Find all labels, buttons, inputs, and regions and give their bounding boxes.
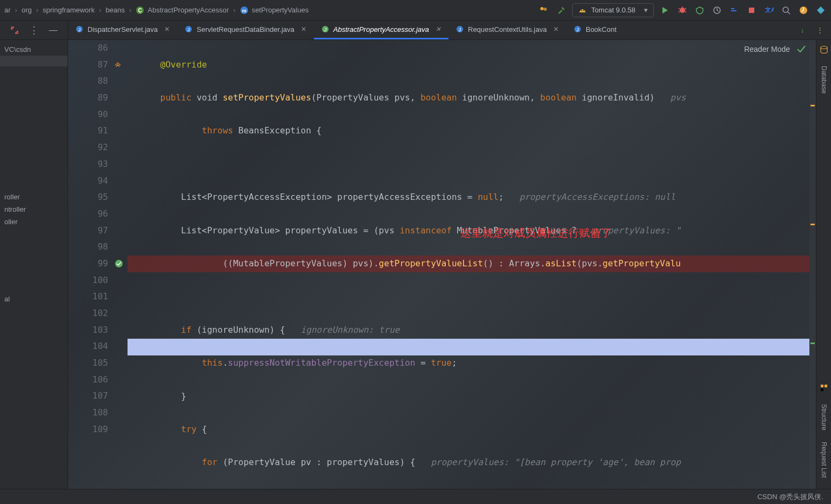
tree-item[interactable]: oller: [0, 216, 68, 228]
annotation-overlay: 这里就是对成员属性进行赋值了: [460, 226, 612, 240]
breakpoint-check-icon[interactable]: [115, 259, 123, 268]
close-icon[interactable]: ✕: [164, 25, 170, 33]
close-icon[interactable]: ✕: [301, 25, 306, 33]
editor[interactable]: Reader Mode 8687888990919293949596979899…: [68, 40, 816, 489]
svg-text:J: J: [577, 27, 579, 32]
structure-icon[interactable]: [820, 384, 828, 392]
breadcrumb-item[interactable]: springframework: [43, 6, 95, 14]
svg-point-8: [680, 8, 685, 13]
svg-rect-30: [821, 388, 823, 391]
svg-text:文A: 文A: [765, 6, 774, 13]
svg-rect-28: [821, 385, 823, 387]
sync-icon[interactable]: [798, 4, 809, 16]
stop-icon[interactable]: [746, 4, 758, 16]
coverage-icon[interactable]: [694, 4, 706, 16]
editor-tabs: JDispatcherServlet.java✕ JServletRequest…: [68, 21, 624, 39]
tool-window-buttons: ⋮ —: [0, 21, 68, 39]
tomcat-icon: [578, 6, 587, 15]
class-icon: C: [136, 6, 144, 15]
tree-item[interactable]: ntroller: [0, 203, 68, 216]
svg-point-4: [540, 7, 544, 10]
tab-servletrequest[interactable]: JServletRequestDataBinder.java✕: [177, 21, 314, 39]
svg-text:J: J: [78, 27, 81, 32]
menu-icon[interactable]: ⋮: [28, 24, 40, 36]
tab-bookcont[interactable]: JBookCont: [566, 21, 624, 39]
reader-mode-toggle[interactable]: Reader Mode: [744, 44, 806, 54]
breadcrumb-item[interactable]: AbstractPropertyAccessor: [148, 6, 229, 14]
svg-rect-11: [731, 10, 736, 11]
profiler-icon[interactable]: [711, 4, 723, 16]
search-icon[interactable]: [780, 4, 792, 16]
tree-item[interactable]: [0, 56, 68, 66]
svg-text:J: J: [459, 27, 461, 32]
run-config-selector[interactable]: Tomcat 9.0.58 ▾: [572, 3, 654, 17]
expand-icon[interactable]: [9, 24, 21, 36]
breadcrumb-item[interactable]: ar: [4, 6, 11, 14]
goto-icon[interactable]: [728, 4, 740, 16]
database-icon[interactable]: [820, 45, 828, 54]
svg-point-14: [783, 7, 788, 12]
translate-icon[interactable]: 文A: [763, 4, 775, 16]
breadcrumb-sep: ›: [15, 6, 17, 14]
project-tree[interactable]: VC\csdn roller ntroller oller al: [0, 40, 68, 489]
gutter-marks[interactable]: [112, 40, 129, 489]
editor-tab-bar: ⋮ — JDispatcherServlet.java✕ JServletReq…: [0, 21, 831, 40]
svg-text:C: C: [138, 8, 142, 14]
tab-bar-right: ↓ ⋮: [791, 21, 831, 39]
breadcrumb[interactable]: ar› org› springframework› beans› C Abstr…: [4, 6, 309, 15]
breadcrumb-item[interactable]: setPropertyValues: [252, 6, 309, 14]
tree-item[interactable]: al: [0, 293, 68, 305]
watermark: CSDN @秃头披风侠.: [758, 492, 823, 502]
tree-path[interactable]: VC\csdn: [0, 43, 68, 56]
users-icon[interactable]: [538, 4, 549, 16]
hammer-icon[interactable]: [555, 4, 567, 16]
svg-point-7: [583, 10, 584, 11]
chevron-down-icon[interactable]: ↓: [796, 24, 808, 36]
bug-icon[interactable]: [676, 4, 688, 16]
check-icon: [796, 44, 806, 54]
svg-point-5: [544, 8, 547, 11]
play-icon[interactable]: [659, 4, 671, 16]
svg-point-26: [115, 260, 123, 267]
java-icon: J: [574, 25, 581, 33]
minimize-icon[interactable]: —: [48, 24, 59, 36]
svg-text:m: m: [242, 8, 246, 14]
method-icon: m: [240, 6, 249, 15]
svg-rect-10: [731, 8, 734, 9]
editor-content[interactable]: 8687888990919293949596979899100101102103…: [68, 40, 816, 489]
side-tool-database[interactable]: Database: [820, 66, 828, 93]
tree-item[interactable]: roller: [0, 191, 68, 203]
svg-point-27: [821, 46, 827, 49]
tab-requestcontext[interactable]: JRequestContextUtils.java✕: [448, 21, 566, 39]
code-area[interactable]: @Override public void setPropertyValues(…: [136, 40, 816, 489]
fold-column[interactable]: [129, 40, 136, 489]
status-bar: CSDN @秃头披风侠.: [0, 489, 831, 504]
java-icon: J: [185, 25, 192, 33]
main-content: VC\csdn roller ntroller oller al Reader …: [0, 40, 831, 489]
java-icon: J: [456, 25, 464, 33]
close-icon[interactable]: ✕: [553, 25, 559, 33]
svg-rect-29: [825, 385, 827, 387]
diamond-icon[interactable]: [815, 4, 827, 16]
breadcrumb-item[interactable]: beans: [105, 6, 124, 14]
side-tool-request[interactable]: Request List: [820, 442, 828, 478]
side-tool-structure[interactable]: Structure: [820, 404, 828, 431]
run-config-label: Tomcat 9.0.58: [591, 6, 635, 14]
top-actions: Tomcat 9.0.58 ▾ 文A: [538, 3, 827, 17]
breadcrumb-item[interactable]: org: [22, 6, 32, 14]
close-icon[interactable]: ✕: [435, 25, 441, 33]
right-tool-strip: Database Structure Request List: [816, 40, 831, 489]
menu-icon[interactable]: ⋮: [814, 24, 826, 36]
svg-rect-12: [749, 8, 754, 13]
tab-dispatcher[interactable]: JDispatcherServlet.java✕: [68, 21, 177, 39]
svg-text:J: J: [323, 27, 326, 32]
override-icon[interactable]: [113, 60, 122, 69]
tab-abstractproperty[interactable]: JAbstractPropertyAccessor.java✕: [314, 21, 448, 39]
chevron-down-icon: ▾: [644, 6, 648, 14]
java-icon: J: [321, 25, 329, 33]
svg-text:J: J: [187, 27, 190, 32]
scrollbar-map[interactable]: [809, 40, 816, 489]
top-toolbar: ar› org› springframework› beans› C Abstr…: [0, 0, 831, 21]
java-icon: J: [76, 25, 83, 33]
line-gutter[interactable]: 8687888990919293949596979899100101102103…: [68, 40, 112, 489]
